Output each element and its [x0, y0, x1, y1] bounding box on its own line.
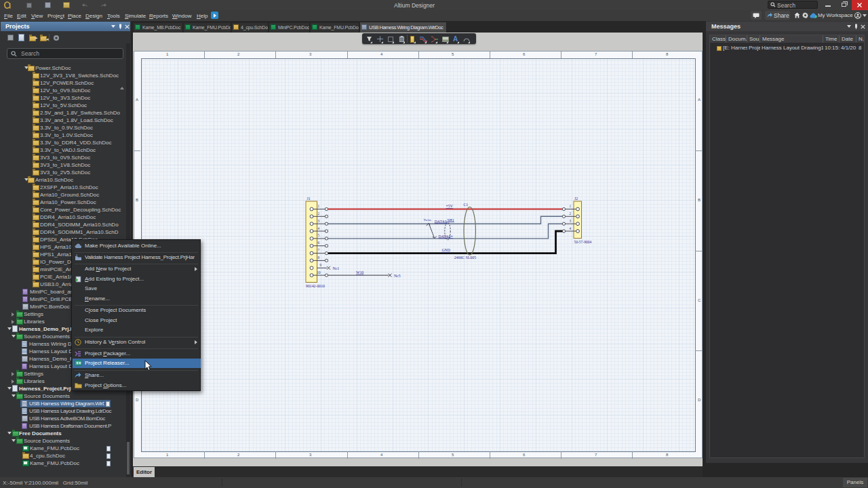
svg-text:GND: GND — [441, 248, 450, 252]
svg-text:J1: J1 — [307, 197, 311, 201]
svg-text:Nc5: Nc5 — [394, 274, 401, 278]
svg-text:1: 1 — [570, 204, 572, 208]
svg-text:J2: J2 — [574, 197, 578, 201]
svg-text:C1: C1 — [464, 203, 469, 207]
svg-text:DATA0+: DATA0+ — [439, 235, 453, 239]
svg-text:2466C SL005: 2466C SL005 — [454, 256, 476, 260]
svg-text:3: 3 — [318, 219, 320, 223]
svg-text:Twist..: Twist.. — [424, 218, 433, 222]
svg-text:2: 2 — [570, 211, 572, 216]
svg-text:3: 3 — [570, 219, 572, 223]
svg-text:7: 7 — [318, 248, 320, 252]
svg-text:W10: W10 — [356, 270, 363, 274]
svg-text:DATA0-: DATA0- — [435, 220, 448, 224]
svg-text:6: 6 — [318, 241, 320, 245]
svg-text:2: 2 — [318, 211, 320, 216]
svg-text:+5V: +5V — [446, 204, 454, 208]
svg-text:90142-0010: 90142-0010 — [306, 284, 325, 288]
svg-text:1: 1 — [318, 204, 320, 208]
svg-text:5: 5 — [318, 233, 320, 237]
svg-text:10: 10 — [317, 270, 321, 274]
svg-text:8: 8 — [318, 256, 320, 260]
svg-text:50-57-9004: 50-57-9004 — [574, 240, 592, 244]
svg-text:4: 4 — [318, 226, 320, 230]
svg-text:Nc1: Nc1 — [333, 266, 340, 270]
svg-text:9: 9 — [320, 263, 322, 267]
svg-text:SH1: SH1 — [448, 218, 454, 222]
svg-text:4: 4 — [570, 226, 572, 230]
